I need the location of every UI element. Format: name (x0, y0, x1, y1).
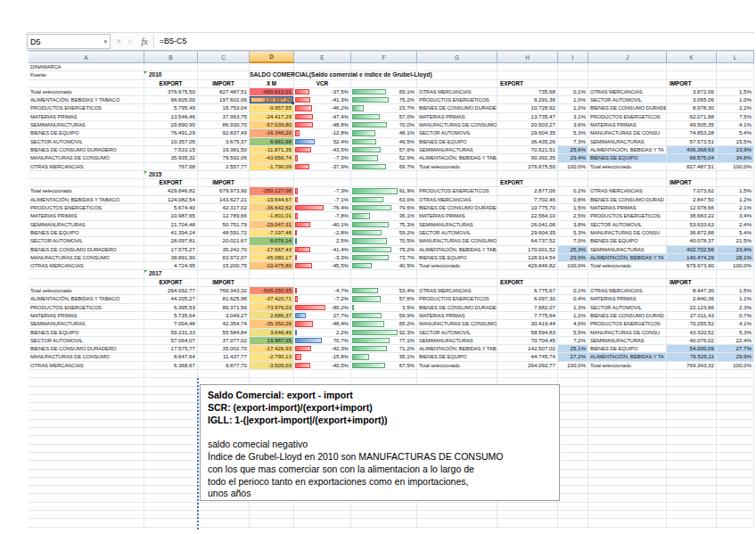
igll-category[interactable]: ALIMENTACIÓN, BEBIDAS Y TABACO (417, 154, 497, 162)
cell[interactable] (558, 428, 588, 436)
cell[interactable] (588, 80, 667, 88)
igll-cell[interactable]: 23,7% (351, 104, 417, 112)
cell[interactable] (588, 270, 667, 278)
vcr-cell[interactable]: -45,5% (294, 262, 351, 270)
import-share-pct[interactable]: 23,4% (717, 246, 754, 254)
import-value[interactable]: 19.381,50 (198, 146, 250, 154)
export-value[interactable]: 57.064,07 (144, 337, 198, 345)
cell[interactable] (417, 279, 497, 287)
export-value[interactable]: 7.510,15 (144, 146, 198, 154)
import-share-value[interactable]: 62.071,88 (667, 113, 717, 121)
cell[interactable] (588, 436, 667, 444)
share-category[interactable]: OTRAS MERCANCIAS (588, 287, 667, 295)
cell[interactable] (250, 179, 294, 187)
export-share-pct[interactable]: 3,6% (558, 121, 588, 129)
cell[interactable] (558, 63, 588, 71)
cell[interactable] (29, 420, 144, 428)
vcr-cell[interactable]: -2,8% (294, 229, 351, 237)
trade-balance-value[interactable]: -2.790,13 (250, 353, 294, 361)
cell[interactable] (198, 270, 250, 278)
trade-balance-value[interactable]: 19.987,05 (250, 337, 294, 345)
cell[interactable] (717, 395, 754, 403)
share-category[interactable]: MATERIAS PRIMAS (588, 204, 667, 212)
header-import-right[interactable]: IMPORT (667, 80, 717, 88)
name-box[interactable]: D5 ▾ (27, 34, 111, 49)
import-value[interactable]: 197.602,06 (198, 96, 250, 104)
import-share-pct[interactable]: 100,0% (717, 262, 754, 270)
col-letter-F[interactable]: F (351, 51, 417, 63)
export-share-value[interactable]: 429.846,82 (497, 262, 558, 270)
cancel-icon[interactable]: ✕ (116, 37, 122, 45)
cell[interactable] (588, 478, 667, 486)
row-label[interactable]: BIENES DE EQUIPO (29, 329, 144, 337)
export-share-pct[interactable]: 100,0% (558, 163, 588, 171)
igll-cell[interactable]: 3,5% (351, 304, 417, 312)
cell[interactable] (667, 461, 717, 469)
import-value[interactable]: 79.592,06 (198, 154, 250, 162)
igll-category[interactable]: ALIMENTACIÓN, BEBIDAS Y TABACO (417, 246, 497, 254)
cell[interactable] (667, 387, 717, 395)
cell[interactable] (144, 478, 198, 486)
vcr-cell[interactable]: -37,5% (294, 88, 351, 96)
cell[interactable] (588, 519, 667, 527)
export-share-pct[interactable]: 100,0% (558, 262, 588, 270)
row-label[interactable]: MATERIAS PRIMAS (29, 312, 144, 320)
cell[interactable] (588, 470, 667, 478)
cell[interactable] (717, 63, 754, 71)
cell[interactable] (558, 179, 588, 187)
cell[interactable] (717, 436, 754, 444)
export-share-pct[interactable]: 4,0% (558, 320, 588, 328)
cell[interactable] (558, 511, 588, 519)
enter-icon[interactable]: ✓ (127, 37, 134, 45)
export-value[interactable]: 41.394,24 (144, 229, 198, 237)
igll-category[interactable]: MANUFACTURAS DE CONSUMO (417, 237, 497, 245)
cell[interactable] (294, 370, 351, 378)
igll-cell[interactable]: 59,2% (351, 229, 417, 237)
export-value[interactable]: 59.231,33 (144, 329, 198, 337)
row-label[interactable]: OTRAS MERCANCIAS (29, 262, 144, 270)
igll-cell[interactable]: 49,5% (351, 138, 417, 146)
import-share-value[interactable]: 79.525,11 (667, 353, 717, 361)
import-share-pct[interactable]: 15,5% (717, 138, 754, 146)
export-value[interactable]: 5.795,49 (144, 104, 198, 112)
cell[interactable] (717, 420, 754, 428)
header-import-right[interactable]: IMPORT (667, 179, 717, 187)
vcr-cell[interactable]: -7,3% (294, 154, 351, 162)
export-share-value[interactable]: 170.001,52 (497, 246, 558, 254)
trade-balance-value[interactable]: -19.544,67 (250, 196, 294, 204)
import-share-value[interactable]: 3.872,06 (667, 88, 717, 96)
cell[interactable] (558, 387, 588, 395)
export-share-value[interactable]: 9.291,36 (497, 96, 558, 104)
export-value[interactable]: 28.097,81 (144, 237, 198, 245)
export-share-pct[interactable]: 0,8% (558, 196, 588, 204)
trade-balance-value[interactable]: -450.812,01 (250, 88, 294, 96)
cell[interactable] (717, 470, 754, 478)
export-share-pct[interactable]: 7,2% (558, 337, 588, 345)
share-category[interactable]: BIENES DE CONSUMO DURAD (588, 196, 667, 204)
trade-balance-value[interactable]: -7.197,48 (250, 229, 294, 237)
row-label[interactable]: MANUFACTURAS DE CONSUMO (29, 254, 144, 262)
igll-cell[interactable]: 57,6% (351, 295, 417, 303)
cell[interactable] (144, 370, 198, 378)
header-import[interactable]: IMPORT (198, 279, 250, 287)
cell[interactable] (558, 420, 588, 428)
igll-category[interactable]: SECTOR AUTOMOVIL (417, 229, 497, 237)
igll-cell[interactable]: 70,5% (351, 237, 417, 245)
cell[interactable] (588, 179, 667, 187)
share-category[interactable]: MANUFACTURAS DE CONSU (588, 229, 667, 237)
cell[interactable] (417, 270, 497, 278)
import-share-value[interactable]: 140.474,29 (667, 254, 717, 262)
cell[interactable] (717, 411, 754, 419)
import-value[interactable]: 83.972,07 (198, 254, 250, 262)
export-share-value[interactable]: 376.675,50 (497, 163, 558, 171)
import-share-pct[interactable]: 1,5% (717, 88, 754, 96)
cell[interactable] (497, 71, 558, 79)
cell[interactable] (558, 370, 588, 378)
cell[interactable] (667, 445, 717, 453)
trade-balance-value[interactable]: -43.656,74 (250, 154, 294, 162)
cell[interactable] (558, 270, 588, 278)
import-share-pct[interactable]: 2,3% (717, 304, 754, 312)
cell[interactable] (351, 270, 417, 278)
export-value[interactable]: 6.368,67 (144, 362, 198, 370)
import-share-pct[interactable]: 3,4% (717, 212, 754, 220)
